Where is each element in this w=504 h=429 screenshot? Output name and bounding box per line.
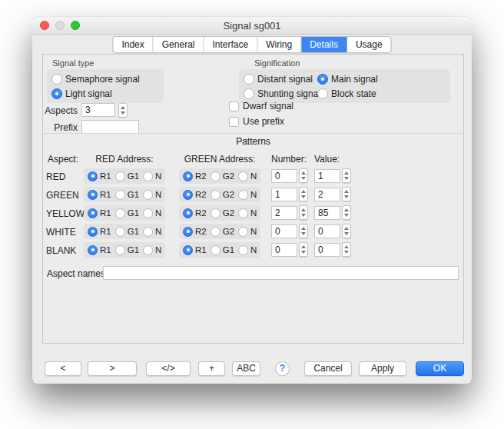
tab-index[interactable]: Index xyxy=(113,37,153,52)
radio-icon xyxy=(115,190,125,200)
value-input[interactable] xyxy=(314,169,340,183)
radio-icon xyxy=(317,88,328,99)
tab-usage[interactable]: Usage xyxy=(347,37,391,52)
radio-option[interactable]: N xyxy=(143,245,161,255)
section-divider xyxy=(43,133,463,134)
tab-interface[interactable]: Interface xyxy=(204,37,257,52)
radio-option[interactable]: N xyxy=(238,208,257,218)
use-prefix-checkbox-row[interactable]: Use prefix xyxy=(229,116,284,127)
radio-option[interactable]: N xyxy=(143,171,161,181)
radio-icon xyxy=(51,74,62,85)
value-stepper[interactable] xyxy=(342,224,351,238)
ok-button[interactable]: OK xyxy=(416,361,464,376)
cancel-button[interactable]: Cancel xyxy=(304,361,352,376)
radio-label: G1 xyxy=(223,245,234,254)
value-stepper[interactable] xyxy=(342,205,351,220)
help-button[interactable]: ? xyxy=(275,361,290,376)
radio-option[interactable]: N xyxy=(143,208,161,218)
value-input[interactable] xyxy=(314,206,340,220)
radio-option[interactable]: R2 xyxy=(183,190,207,200)
radio-option[interactable]: R1 xyxy=(88,190,111,200)
radio-option[interactable]: R1 xyxy=(88,245,111,255)
pattern-row-red: RED R1 G1 N R2 G2 N xyxy=(43,168,463,184)
value-stepper[interactable] xyxy=(342,242,351,257)
number-stepper[interactable] xyxy=(299,242,308,257)
shunting-signal-option[interactable]: Shunting signal xyxy=(244,86,317,101)
number-stepper[interactable] xyxy=(299,224,308,238)
radio-label: R1 xyxy=(100,190,111,199)
radio-option[interactable]: G1 xyxy=(115,208,139,218)
number-input[interactable] xyxy=(271,224,297,238)
signal-type-group-label: Signal type xyxy=(52,58,94,68)
distant-signal-option[interactable]: Distant signal xyxy=(244,72,317,86)
value-stepper[interactable] xyxy=(342,168,351,183)
next-button[interactable]: > xyxy=(88,361,137,376)
aspect-names-input[interactable] xyxy=(103,266,459,280)
add-button[interactable]: + xyxy=(198,361,225,376)
semaphore-signal-option[interactable]: Semaphore signal xyxy=(51,72,164,86)
red-address-group: R1 G1 N xyxy=(84,224,165,239)
radio-option[interactable]: G2 xyxy=(211,190,234,200)
tab-details[interactable]: Details xyxy=(301,37,347,52)
pattern-row-green: GREEN R1 G1 N R2 G2 N xyxy=(43,187,463,202)
radio-option[interactable]: N xyxy=(238,190,257,200)
number-stepper[interactable] xyxy=(299,187,308,201)
value-input[interactable] xyxy=(314,243,340,257)
aspects-input[interactable] xyxy=(81,103,115,117)
block-state-option[interactable]: Block state xyxy=(317,86,376,101)
radio-label: N xyxy=(250,245,257,254)
radio-option[interactable]: R2 xyxy=(183,227,207,237)
light-signal-option[interactable]: Light signal xyxy=(51,86,164,101)
number-input[interactable] xyxy=(271,243,297,257)
main-signal-option[interactable]: Main signal xyxy=(317,72,378,86)
radio-label: R2 xyxy=(195,171,207,181)
radio-option[interactable]: G1 xyxy=(115,190,139,200)
radio-label: N xyxy=(250,208,257,218)
code-button[interactable]: </> xyxy=(146,361,191,376)
radio-option[interactable]: R1 xyxy=(183,245,207,255)
aspect-names-label: Aspect names xyxy=(47,268,105,279)
value-input[interactable] xyxy=(314,224,340,238)
checkbox-label: Use prefix xyxy=(243,116,284,127)
aspects-stepper[interactable] xyxy=(118,103,128,118)
radio-option[interactable]: N xyxy=(238,227,257,237)
pattern-aspect-label: BLANK xyxy=(46,245,76,256)
signification-group-label: Signification xyxy=(254,58,300,68)
radio-option[interactable]: N xyxy=(238,245,257,255)
radio-option[interactable]: G1 xyxy=(115,227,139,237)
radio-option[interactable]: G1 xyxy=(115,245,139,255)
value-input[interactable] xyxy=(314,188,340,201)
abc-button[interactable]: ABC xyxy=(232,361,260,376)
pattern-aspect-label: YELLOW xyxy=(46,208,85,219)
radio-option[interactable]: G2 xyxy=(211,171,234,181)
number-input[interactable] xyxy=(271,169,297,183)
dwarf-signal-checkbox-row[interactable]: Dwarf signal xyxy=(229,101,293,111)
title-bar[interactable]: Signal sg001 xyxy=(32,17,472,35)
radio-option[interactable]: R1 xyxy=(88,227,111,237)
radio-option[interactable]: N xyxy=(143,190,161,200)
number-stepper[interactable] xyxy=(299,205,308,220)
radio-option[interactable]: R2 xyxy=(183,208,207,218)
radio-option[interactable]: G1 xyxy=(115,171,139,181)
tab-general[interactable]: General xyxy=(154,37,204,52)
tab-wiring[interactable]: Wiring xyxy=(257,37,301,52)
radio-option[interactable]: G1 xyxy=(211,245,234,255)
prefix-input[interactable] xyxy=(81,120,139,134)
radio-option[interactable]: R1 xyxy=(88,208,111,218)
previous-button[interactable]: < xyxy=(45,361,81,376)
number-input[interactable] xyxy=(271,188,297,201)
radio-option[interactable]: R1 xyxy=(88,171,111,181)
radio-option[interactable]: G2 xyxy=(211,208,234,218)
radio-option[interactable]: G2 xyxy=(211,227,234,237)
radio-option[interactable]: N xyxy=(143,227,161,237)
radio-option[interactable]: N xyxy=(238,171,257,181)
green-address-column-header: GREEN Address: xyxy=(179,154,260,165)
radio-label: G1 xyxy=(128,171,139,181)
checkbox-label: Dwarf signal xyxy=(243,101,293,111)
radio-option[interactable]: R2 xyxy=(183,171,207,181)
number-stepper[interactable] xyxy=(299,168,308,183)
radio-icon xyxy=(211,245,220,255)
number-input[interactable] xyxy=(271,206,297,220)
apply-button[interactable]: Apply xyxy=(359,361,406,376)
value-stepper[interactable] xyxy=(342,187,351,201)
